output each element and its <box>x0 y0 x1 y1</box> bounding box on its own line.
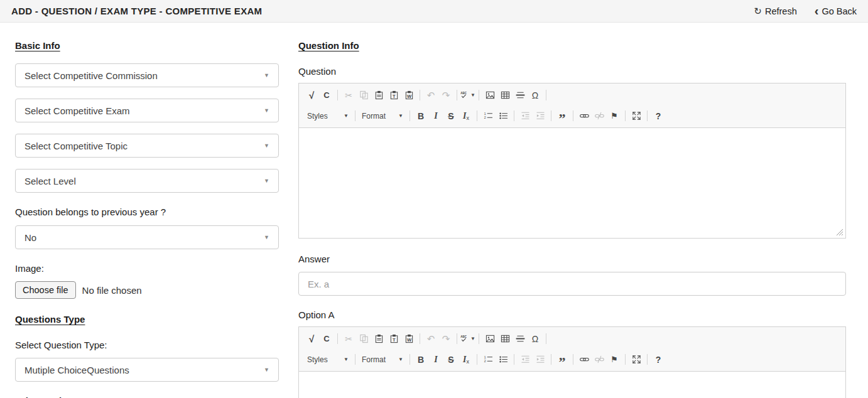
maximize-icon[interactable] <box>629 109 644 124</box>
image-icon[interactable] <box>482 88 497 103</box>
format-dropdown-label: Format <box>362 355 386 364</box>
chevron-down-icon: ▼ <box>344 113 349 119</box>
cut-icon: ✂ <box>341 331 356 347</box>
refresh-button[interactable]: ↻ Refresh <box>754 6 796 16</box>
option-a-editor: √C✂TW↶↷ABC▼ΩStyles▼Format▼BISIx12”⚑? <box>298 326 846 398</box>
editor-toolbar: √C✂TW↶↷ABC▼ΩStyles▼Format▼BISIx12”⚑? <box>299 83 845 127</box>
bulleted-list-icon[interactable] <box>496 109 511 124</box>
remove-format-icon[interactable]: Ix <box>458 109 474 124</box>
horizontal-rule-icon[interactable] <box>513 88 528 103</box>
question-editor: √C✂TW↶↷ABC▼ΩStyles▼Format▼BISIx12”⚑? <box>298 83 846 239</box>
about-icon[interactable]: ? <box>651 109 666 124</box>
strikethrough-icon[interactable]: S <box>443 109 458 124</box>
toolbar-separator <box>420 90 420 100</box>
link-icon[interactable] <box>577 109 592 124</box>
toolbar-separator <box>355 110 355 121</box>
toolbar-row: √C✂TW↶↷ABC▼Ω <box>301 85 843 105</box>
table-icon[interactable] <box>497 88 513 103</box>
select-value: No <box>24 232 36 243</box>
spell-check-icon[interactable]: ABC▼ <box>460 88 475 103</box>
go-back-button[interactable]: ‹ Go Back <box>815 6 857 16</box>
letter-c-icon[interactable]: C <box>319 331 334 347</box>
image-icon[interactable] <box>482 331 497 347</box>
toolbar-separator <box>573 354 573 365</box>
blockquote-icon[interactable]: ” <box>555 109 570 124</box>
toolbar-separator <box>551 354 551 365</box>
paste-icon[interactable] <box>371 88 386 103</box>
numbered-list-icon[interactable]: 12 <box>480 352 496 367</box>
copy-icon <box>356 88 371 103</box>
special-character-icon[interactable]: Ω <box>528 331 543 347</box>
bold-icon[interactable]: B <box>413 352 428 367</box>
styles-dropdown[interactable]: Styles▼ <box>304 352 352 367</box>
paste-plain-text-icon[interactable]: T <box>386 88 401 103</box>
anchor-icon[interactable]: ⚑ <box>607 352 622 367</box>
link-icon[interactable] <box>577 352 592 367</box>
letter-c-icon[interactable]: C <box>319 88 334 103</box>
remove-format-icon[interactable]: Ix <box>458 352 474 367</box>
anchor-icon[interactable]: ⚑ <box>607 109 622 124</box>
sqrt-icon[interactable]: √ <box>304 331 319 347</box>
toolbar-separator <box>479 333 479 344</box>
table-icon[interactable] <box>497 331 513 347</box>
italic-icon[interactable]: I <box>428 352 443 367</box>
competitive-commission-select[interactable]: Select Competitive Commission ▼ <box>15 63 279 87</box>
previous-year-select[interactable]: No ▼ <box>15 225 279 249</box>
previous-year-label: Question belongs to previous year ? <box>15 207 279 217</box>
choose-file-button[interactable]: Choose file <box>15 281 76 299</box>
format-dropdown[interactable]: Format▼ <box>359 109 406 124</box>
format-dropdown[interactable]: Format▼ <box>359 352 406 367</box>
chevron-down-icon: ▼ <box>470 92 475 98</box>
special-character-icon[interactable]: Ω <box>528 88 543 103</box>
sqrt-icon[interactable]: √ <box>304 88 319 103</box>
numbered-list-icon[interactable]: 12 <box>480 109 496 124</box>
question-type-select[interactable]: Mutiple ChoiceQuestions ▼ <box>15 358 279 382</box>
svg-text:1: 1 <box>484 355 486 359</box>
paste-plain-text-icon[interactable]: T <box>386 331 401 347</box>
svg-text:2: 2 <box>484 359 486 363</box>
resize-grip-icon[interactable] <box>836 229 844 236</box>
about-icon[interactable]: ? <box>651 352 666 367</box>
competitive-exam-select[interactable]: Select Competitive Exam ▼ <box>15 99 279 122</box>
competitive-topic-select[interactable]: Select Competitive Topic ▼ <box>15 134 279 158</box>
horizontal-rule-icon[interactable] <box>513 331 528 347</box>
chevron-down-icon: ▼ <box>264 72 269 78</box>
styles-dropdown[interactable]: Styles▼ <box>304 109 352 124</box>
toolbar-separator <box>477 110 477 121</box>
select-value: Select Competitive Commission <box>24 70 158 81</box>
toolbar-separator <box>337 333 338 344</box>
toolbar-separator <box>546 333 546 344</box>
bold-icon[interactable]: B <box>413 109 428 124</box>
paste-icon[interactable] <box>371 331 386 347</box>
toolbar-separator <box>477 354 477 365</box>
toolbar-row: Styles▼Format▼BISIx12”⚑? <box>301 349 843 370</box>
undo-icon: ↶ <box>423 331 438 347</box>
spell-check-icon[interactable]: ABC▼ <box>460 331 475 347</box>
toolbar-separator <box>420 333 420 344</box>
refresh-icon: ↻ <box>754 6 762 16</box>
option-a-editor-content[interactable] <box>299 371 845 398</box>
copy-icon <box>356 331 371 347</box>
decrease-indent-icon <box>518 352 533 367</box>
paste-from-word-icon[interactable]: W <box>401 88 416 103</box>
question-label: Question <box>298 66 846 77</box>
chevron-down-icon: ▼ <box>264 178 269 184</box>
italic-icon[interactable]: I <box>428 109 443 124</box>
toolbar-separator <box>546 90 546 100</box>
main-content: Basic Info Select Competitive Commission… <box>0 23 868 398</box>
unlink-icon <box>592 352 607 367</box>
paste-from-word-icon[interactable]: W <box>401 331 416 347</box>
maximize-icon[interactable] <box>629 352 644 367</box>
blockquote-icon[interactable]: ” <box>555 352 570 367</box>
svg-text:T: T <box>392 94 395 99</box>
chevron-down-icon: ▼ <box>398 357 403 362</box>
question-editor-content[interactable] <box>299 127 845 238</box>
image-file-input: Choose file No file chosen <box>15 281 279 299</box>
cut-icon: ✂ <box>341 88 356 103</box>
answer-input[interactable] <box>298 272 846 296</box>
strikethrough-icon[interactable]: S <box>443 352 458 367</box>
chevron-down-icon: ▼ <box>344 357 349 362</box>
bulleted-list-icon[interactable] <box>496 352 511 367</box>
image-label: Image: <box>15 263 279 274</box>
level-select[interactable]: Select Level ▼ <box>15 169 279 193</box>
